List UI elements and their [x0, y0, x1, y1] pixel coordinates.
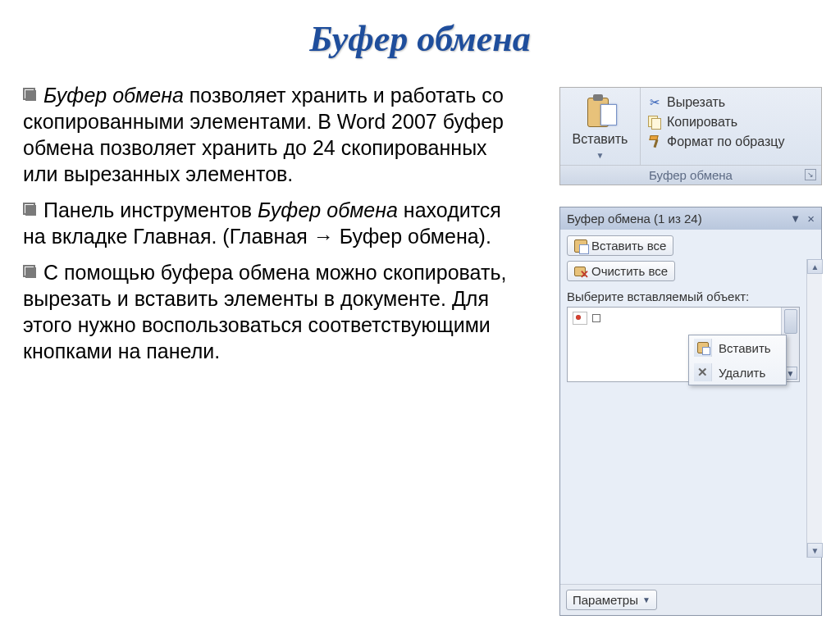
clip-content-icon: [592, 314, 600, 322]
options-button[interactable]: Параметры ▼: [566, 590, 657, 610]
paste-label: Вставить: [564, 132, 637, 147]
clear-all-icon: ✕: [574, 265, 587, 278]
ribbon-clipboard-group: Вставить ▼ ✂ Вырезать Копировать Формат …: [559, 87, 822, 185]
brush-icon: [647, 134, 662, 149]
pane-header: Буфер обмена (1 из 24) ▼ ×: [560, 207, 821, 230]
scissors-icon: ✂: [647, 95, 662, 110]
paste-button[interactable]: Вставить ▼: [560, 88, 641, 165]
pane-menu-icon[interactable]: ▼: [790, 212, 801, 225]
scroll-down-icon[interactable]: ▼: [807, 543, 823, 558]
clipboard-item[interactable]: [573, 312, 776, 325]
clip-thumb-icon: [573, 312, 587, 325]
select-object-label: Выберите вставляемый объект:: [567, 289, 800, 303]
format-label: Формат по образцу: [667, 134, 784, 149]
pane-scrollbar[interactable]: ▲ ▼: [806, 259, 822, 558]
bullet-2: Панель инструментов Буфер обмена находит…: [23, 197, 523, 249]
paste-all-icon: [574, 239, 587, 253]
bullet-icon: [23, 265, 35, 277]
cut-label: Вырезать: [667, 95, 725, 110]
copy-icon: [647, 115, 662, 130]
paste-all-button[interactable]: Вставить все: [567, 235, 673, 256]
clipboard-pane: Буфер обмена (1 из 24) ▼ × Вставить все …: [559, 207, 822, 616]
chevron-down-icon[interactable]: ▼: [596, 151, 605, 160]
ribbon-group-label: Буфер обмена ↘: [560, 165, 821, 185]
copy-button[interactable]: Копировать: [646, 112, 816, 132]
context-paste[interactable]: Вставить: [689, 335, 786, 360]
scrollbar-thumb[interactable]: [784, 309, 797, 334]
bullet-3: С помощью буфера обмена можно скопироват…: [23, 259, 523, 364]
bullet-icon: [23, 88, 35, 100]
paste-icon: [584, 93, 617, 130]
dialog-launcher-icon[interactable]: ↘: [805, 169, 816, 180]
bullet-icon: [23, 203, 35, 215]
pane-title: Буфер обмена (1 из 24): [567, 212, 702, 226]
slide-title: Буфер обмена: [0, 18, 840, 60]
body-text: Буфер обмена позволяет хранить и работат…: [23, 82, 523, 374]
context-menu: Вставить ✕ Удалить: [688, 335, 787, 385]
close-icon[interactable]: ×: [807, 212, 815, 226]
copy-label: Копировать: [667, 115, 737, 130]
scroll-up-icon[interactable]: ▲: [807, 259, 823, 274]
clear-all-button[interactable]: ✕ Очистить все: [567, 261, 675, 281]
format-painter-button[interactable]: Формат по образцу: [646, 132, 816, 152]
delete-icon: ✕: [694, 363, 712, 381]
chevron-down-icon: ▼: [642, 595, 651, 604]
paste-icon: [694, 339, 712, 357]
bullet-1: Буфер обмена позволяет хранить и работат…: [23, 82, 523, 187]
cut-button[interactable]: ✂ Вырезать: [646, 93, 816, 112]
context-delete[interactable]: ✕ Удалить: [689, 360, 786, 385]
